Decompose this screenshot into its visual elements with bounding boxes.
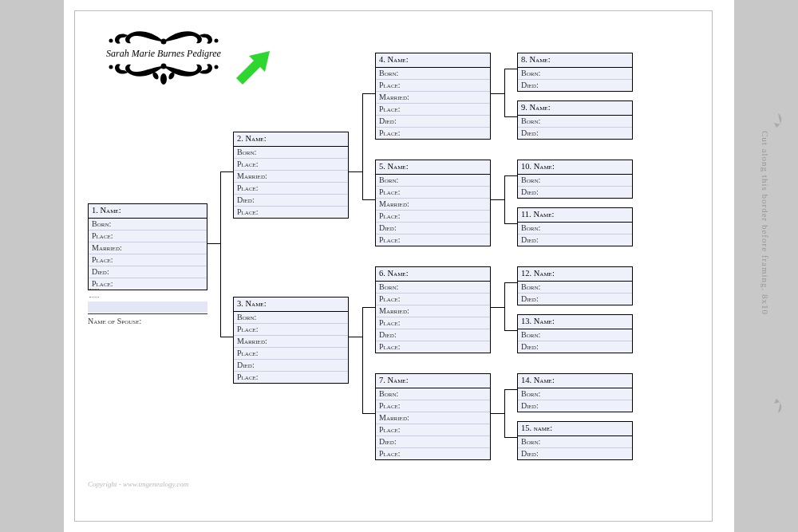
connector <box>504 223 517 224</box>
field-died: Died: <box>518 400 632 412</box>
person-box-11: 11. Name: Born: Died: <box>517 207 633 246</box>
connector <box>504 282 505 330</box>
field-married: Married: <box>234 336 348 348</box>
field-born: Born: <box>376 175 490 187</box>
field-place: Place: <box>376 341 490 353</box>
person-box-2: 2. Name: Born: Place: Married: Place: Di… <box>233 132 349 219</box>
connector <box>491 413 504 414</box>
box-head: Name: <box>530 55 551 64</box>
field-place: Place: <box>376 211 490 223</box>
connector <box>220 337 233 337</box>
field-place: Place: <box>234 348 348 360</box>
field-place: Place: <box>376 104 490 116</box>
field-place: Place: <box>89 231 207 242</box>
person-box-9: 9. Name: Born: Died: <box>517 100 633 140</box>
person-box-12: 12. Name: Born: Died: <box>517 266 633 305</box>
field-born: Born: <box>518 223 632 234</box>
field-married: Married: <box>234 171 348 183</box>
field-born: Born: <box>518 388 632 400</box>
field-died: Died: <box>376 436 490 448</box>
field-died: Died: <box>376 329 490 341</box>
box-num: 10. <box>521 162 531 171</box>
connector <box>207 243 220 244</box>
svg-point-6 <box>160 73 167 85</box>
field-born: Born: <box>234 312 348 324</box>
pedigree-title: Sarah Marie Burnes Pedigree <box>88 46 239 61</box>
spouse-connector <box>89 289 99 290</box>
field-place: Place: <box>234 183 348 195</box>
person-box-15: 15. name: Born: Died: <box>517 421 633 460</box>
paper-outer: Sarah Marie Burnes Pedigree <box>64 0 734 532</box>
svg-point-5 <box>215 65 219 69</box>
field-married: Married: <box>376 92 490 104</box>
connector <box>362 199 375 200</box>
person-box-7: 7. Name: Born: Place: Married: Place: Di… <box>375 373 491 460</box>
spouse-underline <box>88 313 207 314</box>
svg-point-9 <box>148 70 151 73</box>
field-born: Born: <box>376 68 490 80</box>
box-num: 9. <box>521 103 527 112</box>
box-num: 1. <box>92 206 98 215</box>
box-head: Name: <box>533 210 554 219</box>
curve-top-icon <box>772 112 784 129</box>
connector <box>491 93 504 94</box>
person-box-1: 1. Name: Born: Place: Married: Place: Di… <box>88 203 207 290</box>
connector <box>362 307 363 413</box>
connector <box>220 171 221 337</box>
flourish-bottom-icon <box>104 61 223 90</box>
box-num: 5. <box>379 162 385 171</box>
box-num: 14. <box>521 376 531 384</box>
connector <box>504 437 517 438</box>
side-instruction: Cut along this border before framing. 8x… <box>770 112 786 415</box>
field-place: Place: <box>234 159 348 171</box>
box-head: Name: <box>246 299 267 308</box>
box-num: 15. <box>521 424 531 432</box>
field-born: Born: <box>518 68 632 80</box>
box-head: Name: <box>388 55 409 64</box>
field-place: Place: <box>234 324 348 336</box>
field-born: Born: <box>518 436 632 448</box>
field-born: Born: <box>376 282 490 294</box>
box-num: 11. <box>521 210 531 219</box>
connector <box>504 330 517 331</box>
field-born: Born: <box>518 175 632 187</box>
box-num: 3. <box>237 299 243 308</box>
green-arrow-icon <box>231 48 271 88</box>
box-head: Name: <box>101 206 121 215</box>
svg-point-4 <box>109 65 113 69</box>
field-place: Place: <box>234 372 348 383</box>
connector <box>491 307 504 308</box>
connector <box>362 93 375 94</box>
box-head: Name: <box>388 269 409 278</box>
box-num: 8. <box>521 55 527 64</box>
field-died: Died: <box>518 294 632 305</box>
connector <box>504 389 517 390</box>
field-born: Born: <box>518 116 632 128</box>
field-place: Place: <box>376 187 490 199</box>
field-died: Died: <box>376 223 490 234</box>
field-place: Place: <box>376 80 490 92</box>
connector <box>504 116 517 117</box>
field-died: Died: <box>518 128 632 139</box>
person-box-5: 5. Name: Born: Place: Married: Place: Di… <box>375 160 491 246</box>
field-died: Died: <box>234 360 348 372</box>
box-head: Name: <box>388 376 409 384</box>
connector <box>504 175 505 223</box>
field-born: Born: <box>376 388 490 400</box>
spouse-connector <box>89 297 99 298</box>
svg-point-2 <box>215 39 219 43</box>
person-box-13: 13. Name: Born: Died: <box>517 314 633 353</box>
spouse-fill <box>88 301 207 313</box>
connector <box>362 413 375 414</box>
field-married: Married: <box>376 305 490 317</box>
field-born: Born: <box>518 282 632 294</box>
field-place: Place: <box>89 254 207 266</box>
field-died: Died: <box>518 234 632 246</box>
curve-bottom-icon <box>772 397 784 415</box>
svg-marker-11 <box>236 51 270 85</box>
connector <box>349 337 362 337</box>
person-box-3: 3. Name: Born: Place: Married: Place: Di… <box>233 297 349 384</box>
box-head: Name: <box>246 134 267 143</box>
box-head: Name: <box>534 269 555 278</box>
field-place: Place: <box>376 317 490 329</box>
